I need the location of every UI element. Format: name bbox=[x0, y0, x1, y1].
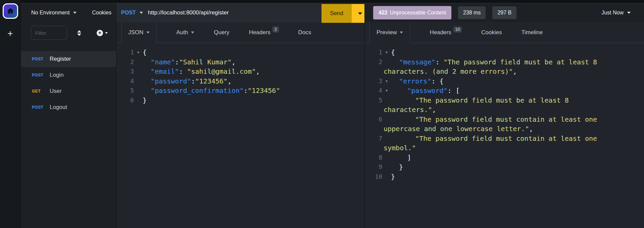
token-pun: } bbox=[143, 96, 147, 104]
tab-label: JSON bbox=[128, 29, 143, 36]
token-str: "The password field must contain at leas… bbox=[415, 134, 597, 142]
code-line: 2 "message": "The password field must be… bbox=[365, 57, 644, 67]
code-text: symbol." bbox=[384, 143, 416, 153]
code-line: 3▾ "errors": { bbox=[365, 76, 644, 86]
send-button[interactable]: Send bbox=[321, 4, 364, 23]
line-number: 2 bbox=[116, 57, 134, 67]
send-button-main[interactable]: Send bbox=[321, 4, 352, 23]
home-button[interactable] bbox=[3, 3, 18, 19]
token-pun: , bbox=[256, 67, 260, 75]
token-pun: , bbox=[228, 77, 232, 85]
tab-preview[interactable]: Preview bbox=[369, 22, 410, 43]
request-name-label: Logout bbox=[50, 104, 67, 111]
environment-selector[interactable]: No Environment bbox=[31, 10, 77, 16]
filter-input[interactable] bbox=[31, 26, 67, 40]
token-pun: { bbox=[391, 48, 395, 56]
code-line: 4▾ "password": [ bbox=[365, 86, 644, 96]
response-history-selector[interactable]: Just Now bbox=[601, 10, 631, 16]
sort-down-icon bbox=[77, 34, 81, 36]
sidebar-toolbar: + bbox=[21, 22, 116, 44]
token-pun: , bbox=[432, 106, 436, 114]
code-text: "The password field must be at least 8 bbox=[391, 96, 569, 105]
tab-label: Docs bbox=[298, 29, 311, 36]
code-text: "message": "The password field must be a… bbox=[391, 57, 597, 67]
cookies-button[interactable]: Cookies bbox=[92, 10, 111, 16]
request-method-label: POST bbox=[32, 57, 50, 61]
code-line: symbol." bbox=[365, 143, 644, 153]
request-body-editor[interactable]: 1▾{2 "name":"Sahil Kumar",3 "email": "sa… bbox=[116, 43, 364, 228]
request-pane: POST http://localhost:8000/api/register … bbox=[116, 3, 365, 228]
tab-count-badge: 10 bbox=[453, 26, 462, 33]
app-window: + No Environment Cookies bbox=[0, 0, 644, 228]
line-number: 2 bbox=[365, 57, 382, 67]
tab-label: Headers bbox=[430, 29, 451, 36]
code-line: characters. (and 2 more errors)", bbox=[365, 67, 644, 76]
token-pun bbox=[391, 77, 399, 85]
url-input[interactable]: http://localhost:8000/api/register bbox=[148, 9, 229, 16]
new-workspace-button[interactable]: + bbox=[7, 29, 13, 38]
tab-query[interactable]: Query bbox=[214, 22, 229, 43]
line-number: 9 bbox=[365, 162, 382, 172]
request-name-label: Register bbox=[50, 56, 71, 62]
token-key: "errors" bbox=[399, 77, 431, 85]
line-number: 8 bbox=[365, 153, 382, 163]
fold-caret-icon[interactable]: ▾ bbox=[382, 86, 391, 96]
code-line: 2 "name":"Sahil Kumar", bbox=[116, 57, 364, 67]
line-number: 3 bbox=[365, 76, 382, 86]
response-body-viewer[interactable]: 1▾{2 "message": "The password field must… bbox=[365, 43, 644, 228]
left-rail: + bbox=[0, 0, 21, 228]
token-pun: } bbox=[391, 173, 395, 181]
code-line: 4 "password":"123456", bbox=[116, 76, 364, 86]
code-line: 1▾{ bbox=[116, 48, 364, 57]
token-str: "123456" bbox=[195, 77, 228, 85]
code-line: uppercase and one lowercase letter.", bbox=[365, 124, 644, 134]
request-item-user[interactable]: GETUser bbox=[21, 83, 116, 99]
code-text: "The password field must contain at leas… bbox=[391, 115, 597, 124]
code-text: "errors": { bbox=[391, 76, 444, 86]
line-number: 5 bbox=[365, 96, 382, 105]
tab-headers[interactable]: Headers2 bbox=[249, 22, 279, 43]
home-icon bbox=[6, 7, 14, 15]
request-item-logout[interactable]: POSTLogout bbox=[21, 99, 116, 115]
tab-json[interactable]: JSON bbox=[121, 22, 157, 43]
tab-headers[interactable]: Headers10 bbox=[430, 22, 462, 43]
token-pun: , bbox=[529, 125, 533, 133]
tab-label: Query bbox=[214, 29, 229, 36]
token-pun: : { bbox=[431, 77, 443, 85]
tab-docs[interactable]: Docs bbox=[298, 22, 311, 43]
sort-button[interactable] bbox=[77, 30, 81, 36]
request-item-login[interactable]: POSTLogin bbox=[21, 67, 116, 83]
tab-auth[interactable]: Auth bbox=[176, 22, 194, 43]
chevron-down-icon bbox=[400, 32, 403, 34]
tab-timeline[interactable]: Timeline bbox=[522, 22, 543, 43]
send-label: Send bbox=[330, 10, 343, 17]
token-key: "name" bbox=[151, 58, 175, 66]
code-text: ] bbox=[391, 153, 411, 163]
line-number: 5 bbox=[116, 86, 134, 96]
code-text: "password":"123456", bbox=[143, 76, 232, 86]
fold-caret-icon[interactable]: ▾ bbox=[382, 48, 391, 57]
fold-caret-icon[interactable]: ▾ bbox=[134, 48, 143, 57]
token-str: "The password field must contain at leas… bbox=[415, 115, 597, 123]
code-line: 5 "password_confirmation":"123456" bbox=[116, 86, 364, 96]
code-text: "email": "sahil@gmail.com", bbox=[143, 67, 260, 76]
code-text: { bbox=[143, 48, 147, 57]
new-request-button[interactable]: + bbox=[97, 30, 108, 36]
code-text: "password": [ bbox=[391, 86, 460, 96]
line-number: 1 bbox=[116, 48, 134, 57]
send-options-button[interactable] bbox=[352, 4, 364, 23]
sort-up-icon bbox=[77, 30, 81, 33]
status-code: 422 bbox=[379, 10, 388, 16]
code-text: "password_confirmation":"123456" bbox=[143, 86, 280, 96]
tab-cookies[interactable]: Cookies bbox=[481, 22, 502, 43]
code-line: 10} bbox=[365, 172, 644, 182]
token-pun: , bbox=[513, 67, 517, 75]
request-item-register[interactable]: POSTRegister bbox=[21, 51, 116, 67]
method-selector[interactable]: POST bbox=[121, 10, 136, 16]
sidebar-header: No Environment Cookies bbox=[21, 3, 116, 22]
tab-count-badge: 2 bbox=[273, 26, 279, 33]
line-number: 6 bbox=[116, 96, 134, 105]
fold-caret-icon[interactable]: ▾ bbox=[382, 76, 391, 86]
token-str: symbol." bbox=[384, 144, 416, 152]
token-pun: : [ bbox=[448, 87, 460, 95]
